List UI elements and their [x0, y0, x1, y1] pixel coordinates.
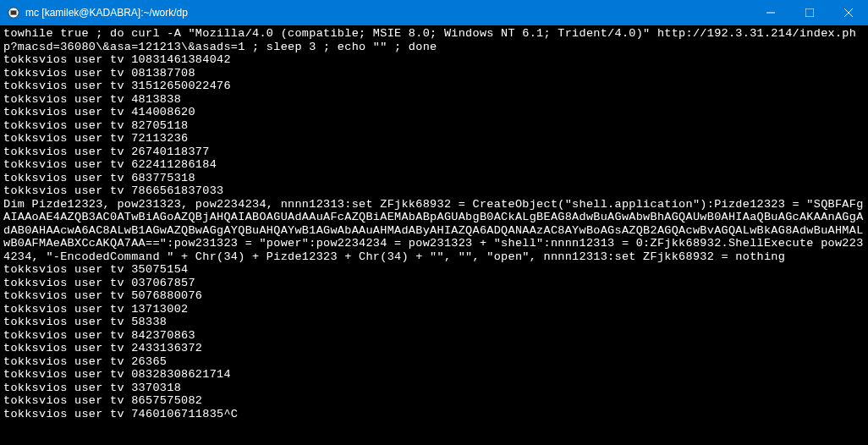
terminal-line: tokksvios user tv 683775318 [3, 172, 865, 185]
maximize-button[interactable] [790, 0, 829, 25]
terminal-line: tokksvios user tv 72113236 [3, 132, 865, 146]
terminal-line: tokksvios user tv 58338 [3, 316, 865, 329]
terminal-line: towhile true ; do curl -A "Mozilla/4.0 (… [3, 27, 865, 53]
terminal-line: tokksvios user tv 2433136372 [3, 342, 865, 355]
window-controls [751, 0, 868, 25]
terminal-line: Dim Pizde12323, pow231323, pow2234234, n… [3, 198, 865, 264]
terminal-line: tokksvios user tv 31512650022476 [3, 80, 865, 93]
terminal-line: tokksvios user tv 622411286184 [3, 158, 865, 172]
terminal-line: tokksvios user tv 10831461384042 [3, 53, 865, 67]
terminal-line: tokksvios user tv 3370318 [3, 382, 865, 395]
terminal-line: tokksvios user tv 8657575082 [3, 394, 865, 408]
terminal-line: tokksvios user tv 842370863 [3, 329, 865, 343]
terminal-line: tokksvios user tv 4813838 [3, 93, 865, 107]
svg-rect-1 [11, 10, 17, 14]
terminal-line: tokksvios user tv 7460106711835^C [3, 408, 865, 421]
terminal-icon [7, 6, 20, 19]
close-button[interactable] [829, 0, 868, 25]
terminal-line: tokksvios user tv 081387708 [3, 67, 865, 80]
terminal-line: tokksvios user tv 82705118 [3, 119, 865, 133]
terminal-line: tokksvios user tv 26740118377 [3, 146, 865, 159]
minimize-button[interactable] [751, 0, 790, 25]
terminal-line: tokksvios user tv 5076880076 [3, 289, 865, 303]
svg-rect-3 [805, 8, 814, 17]
terminal-line: tokksvios user tv 26365 [3, 355, 865, 369]
terminal-output[interactable]: towhile true ; do curl -A "Mozilla/4.0 (… [0, 25, 868, 445]
terminal-line: tokksvios user tv 7866561837033 [3, 184, 865, 198]
window-titlebar: mc [kamilek@KADABRA]:~/work/dp [0, 0, 868, 25]
terminal-line: tokksvios user tv 037067857 [3, 277, 865, 290]
terminal-line: tokksvios user tv 414008620 [3, 106, 865, 119]
terminal-line: tokksvios user tv 13713002 [3, 303, 865, 316]
window-title: mc [kamilek@KADABRA]:~/work/dp [25, 7, 751, 19]
terminal-line: tokksvios user tv 35075154 [3, 263, 865, 277]
terminal-line: tokksvios user tv 08328308621714 [3, 368, 865, 382]
